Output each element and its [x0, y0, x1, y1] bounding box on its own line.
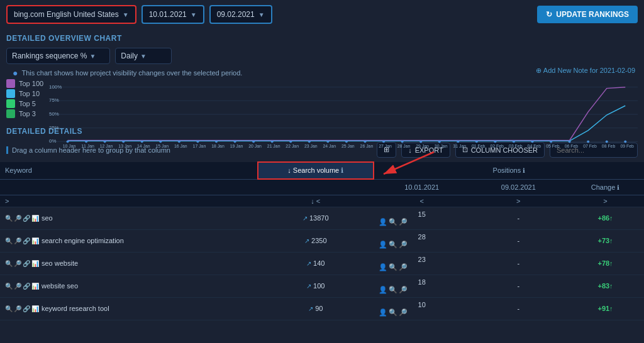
- svg-text:16 Jan: 16 Jan: [174, 144, 187, 148]
- kw-zoom-icon[interactable]: 🔎: [14, 260, 21, 267]
- date1-actions: 👤 🔍 🔎: [379, 286, 465, 294]
- svg-text:26 Jan: 26 Jan: [360, 144, 374, 148]
- pos-zoom-icon[interactable]: 🔎: [399, 308, 408, 317]
- volume-value: 140: [313, 259, 325, 267]
- kw-zoom-icon[interactable]: 🔎: [14, 237, 21, 244]
- pos-search-icon[interactable]: 🔍: [389, 308, 397, 317]
- svg-point-16: [178, 140, 180, 143]
- keyword-cell: 🔍 🔎 🔗 📊 keyword research tool: [0, 297, 258, 320]
- date1-actions: 👤 🔍 🔎: [379, 263, 465, 271]
- keyword-filter-cell: >: [0, 195, 258, 207]
- kw-chart-icon[interactable]: 📊: [31, 237, 39, 244]
- kw-link-icon[interactable]: 🔗: [23, 305, 30, 312]
- kw-link-icon[interactable]: 🔗: [23, 260, 30, 267]
- keyword-text: search engine optimization: [42, 237, 124, 244]
- svg-text:0%: 0%: [49, 138, 56, 144]
- date1-value: 18: [418, 278, 426, 286]
- date1-cell: 18 👤 🔍 🔎: [374, 275, 470, 297]
- kw-link-icon[interactable]: 🔗: [23, 237, 30, 244]
- pos-zoom-icon[interactable]: 🔎: [399, 263, 408, 271]
- interval-select[interactable]: Daily ▼: [115, 48, 172, 64]
- pos-search-icon[interactable]: 🔍: [389, 263, 397, 271]
- chart-legend: [6, 80, 44, 151]
- date-to-select[interactable]: 09.02.2021 ▼: [209, 5, 272, 24]
- date-from-select[interactable]: 10.01.2021 ▼: [142, 5, 204, 24]
- kw-search-icon[interactable]: 🔍: [5, 260, 13, 267]
- change-cell: +83↑: [567, 275, 644, 297]
- date1-filter-cell: <: [374, 195, 470, 207]
- change-cell: +86↑: [567, 207, 644, 229]
- svg-text:04 Feb: 04 Feb: [528, 144, 541, 148]
- volume-value: 90: [315, 305, 323, 312]
- keyword-text: keyword research tool: [42, 305, 109, 312]
- svg-text:30 Jan: 30 Jan: [435, 144, 448, 148]
- interval-chevron: ▼: [140, 53, 147, 60]
- keyword-subheader: [0, 179, 258, 195]
- svg-point-27: [382, 140, 385, 143]
- date2-cell: -: [470, 275, 567, 297]
- svg-point-21: [271, 140, 274, 143]
- pos-search-icon[interactable]: 🔍: [389, 286, 397, 294]
- trend-icon: ↗: [304, 237, 309, 244]
- search-engine-select[interactable]: bing.com English United States ▼: [6, 5, 136, 24]
- date1-value: 23: [418, 256, 426, 263]
- top-bar: bing.com English United States ▼ 10.01.2…: [0, 0, 644, 29]
- pos-user-icon[interactable]: 👤: [379, 308, 387, 317]
- svg-point-38: [587, 140, 589, 143]
- date1-cell: 23 👤 🔍 🔎: [374, 252, 470, 275]
- svg-point-20: [252, 140, 255, 143]
- update-rankings-button[interactable]: ↻ UPDATE RANKINGS: [537, 6, 638, 23]
- svg-point-33: [494, 140, 496, 143]
- pos-user-icon[interactable]: 👤: [379, 263, 387, 271]
- volume-sort-desc[interactable]: <: [316, 197, 320, 205]
- kw-link-icon[interactable]: 🔗: [23, 283, 30, 290]
- date2-cell: -: [470, 297, 567, 320]
- svg-text:19 Jan: 19 Jan: [230, 144, 243, 148]
- svg-point-35: [531, 140, 534, 143]
- keyword-cell: 🔍 🔎 🔗 📊 website seo: [0, 275, 258, 297]
- pos-zoom-icon[interactable]: 🔎: [399, 241, 408, 249]
- kw-chart-icon[interactable]: 📊: [31, 260, 39, 267]
- kw-search-icon[interactable]: 🔍: [5, 305, 13, 312]
- volume-cell: ↗ 2350: [258, 229, 374, 252]
- metric-select[interactable]: Rankings sequence % ▼: [6, 48, 110, 64]
- volume-info-icon: ℹ: [341, 166, 343, 174]
- kw-zoom-icon[interactable]: 🔎: [14, 283, 21, 290]
- kw-chart-icon[interactable]: 📊: [31, 305, 39, 312]
- kw-search-icon[interactable]: 🔍: [5, 215, 13, 222]
- pos-user-icon[interactable]: 👤: [379, 241, 387, 249]
- svg-text:01 Feb: 01 Feb: [472, 144, 486, 148]
- kw-search-icon[interactable]: 🔍: [5, 283, 13, 290]
- change-filter[interactable]: >: [603, 197, 607, 205]
- svg-text:03 Feb: 03 Feb: [509, 144, 523, 148]
- date1-filter[interactable]: <: [419, 197, 423, 205]
- kw-chart-icon[interactable]: 📊: [31, 283, 39, 290]
- pos-zoom-icon[interactable]: 🔎: [399, 218, 408, 226]
- svg-text:06 Feb: 06 Feb: [565, 144, 579, 148]
- add-note-link[interactable]: ⊕ Add New Note for 2021-02-09: [536, 67, 635, 75]
- kw-search-icon[interactable]: 🔍: [5, 237, 13, 244]
- pos-zoom-icon[interactable]: 🔎: [399, 286, 408, 294]
- search-engine-chevron: ▼: [123, 11, 129, 18]
- trend-icon: ↗: [303, 215, 308, 222]
- kw-zoom-icon[interactable]: 🔎: [14, 305, 21, 312]
- volume-cell: ↗ 90: [258, 297, 374, 320]
- svg-point-24: [326, 140, 329, 143]
- date1-col-header: 10.01.2021: [374, 179, 470, 195]
- pos-user-icon[interactable]: 👤: [379, 218, 387, 226]
- pos-user-icon[interactable]: 👤: [379, 286, 387, 294]
- kw-link-icon[interactable]: 🔗: [23, 215, 30, 222]
- volume-sort-asc[interactable]: ↓: [311, 197, 314, 205]
- kw-chart-icon[interactable]: 📊: [31, 215, 39, 222]
- pos-search-icon[interactable]: 🔍: [389, 241, 397, 249]
- date2-filter[interactable]: >: [516, 197, 520, 205]
- change-filter-cell: >: [567, 195, 644, 207]
- volume-value: 100: [313, 282, 325, 290]
- pos-search-icon[interactable]: 🔍: [389, 218, 397, 226]
- sort-down-icon: ↓: [287, 166, 291, 174]
- change-cell: +78↑: [567, 252, 644, 275]
- kw-zoom-icon[interactable]: 🔎: [14, 215, 21, 222]
- volume-cell: ↗ 140: [258, 252, 374, 275]
- keyword-filter[interactable]: >: [5, 197, 9, 205]
- svg-point-40: [624, 140, 626, 143]
